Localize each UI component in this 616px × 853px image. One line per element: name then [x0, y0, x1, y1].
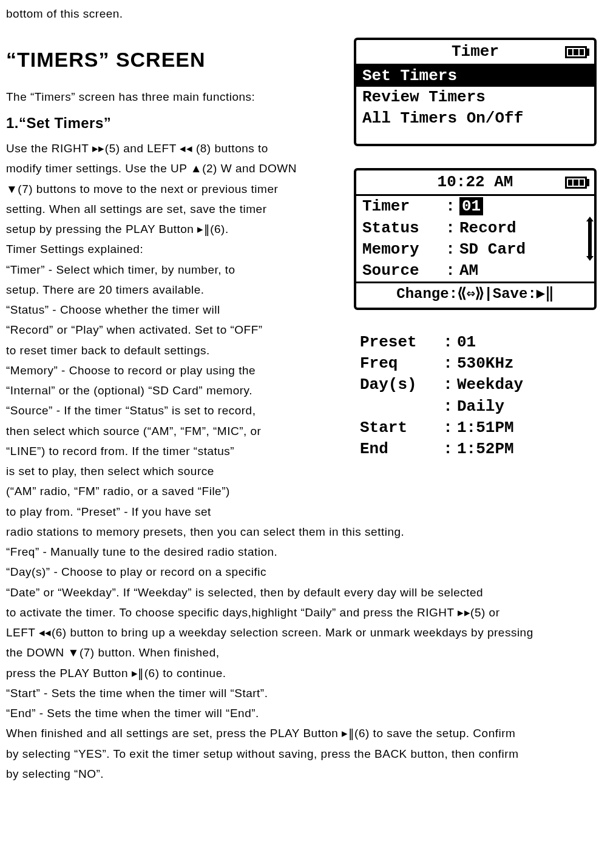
lcd-timer-settings: 10:22 AM Timer:01Status:RecordMemory:SD … [354, 168, 597, 310]
body-line: “Day(s)” - Choose to play or record on a… [6, 562, 610, 582]
body-line: press the PLAY Button ▸‖(6) to continue. [6, 663, 610, 683]
lcd-figure-stack: Timer Set TimersReview TimersAll Timers … [354, 38, 597, 460]
body-line: ▼(7) buttons to move to the next or prev… [6, 179, 322, 199]
body-line: “Timer” - Select which timer, by number,… [6, 260, 322, 280]
body-line: “End” - Sets the time when the timer wil… [6, 703, 610, 723]
body-line: modify timer settings. Use the UP ▲(2) W… [6, 158, 322, 178]
lcd-kv-row: Memory:SD Card [356, 239, 594, 260]
body-line: Use the RIGHT ▸▸(5) and LEFT ◂◂ (8) butt… [6, 138, 322, 158]
lcd-kv-row: Day(s):Weekday [354, 374, 597, 396]
lcd-kv-row: End: 1:52PM [354, 439, 597, 460]
body-line: to activate the timer. To choose specifi… [6, 602, 610, 622]
body-line: then select which source (“AM”, “FM”, “M… [6, 421, 322, 441]
lcd-timer-settings-continued: Preset:01Freq: 530KHzDay(s):Weekday:Dail… [354, 332, 597, 460]
body-line: (“AM” radio, “FM” radio, or a saved “Fil… [6, 481, 322, 501]
body-line: by selecting “YES”. To exit the timer se… [6, 744, 610, 764]
body-line: “Date” or “Weekday”. If “Weekday” is sel… [6, 582, 610, 602]
body-line: setting. When all settings are set, save… [6, 199, 322, 219]
body-line: setup by pressing the PLAY Button ▸‖(6). [6, 219, 322, 239]
body-line: is set to play, then select which source [6, 461, 322, 481]
body-line: “Freq” - Manually tune to the desired ra… [6, 542, 610, 562]
body-line: LEFT ◂◂(6) button to bring up a weekday … [6, 622, 610, 642]
body-line: “Memory” - Choose to record or play usin… [6, 360, 322, 380]
lcd-kv-row: Timer:01 [356, 196, 594, 217]
body-line: to play from. “Preset” - If you have set [6, 502, 322, 522]
body-line: When finished and all settings are set, … [6, 723, 610, 743]
lcd2-footer: Change:⟪⇔⟫|Save:▶‖ [356, 282, 594, 305]
body-line: “Internal” or the (optional) “SD Card” m… [6, 380, 322, 400]
battery-icon [565, 46, 589, 58]
lcd-kv-row: Status:Record [356, 218, 594, 239]
lcd-menu-item: Review Timers [356, 87, 594, 108]
body-line: “Start” - Sets the time when the timer w… [6, 683, 610, 703]
lcd-timer-menu: Timer Set TimersReview TimersAll Timers … [354, 38, 597, 146]
body-line: Timer Settings explained: [6, 239, 322, 259]
lcd-menu-item: All Timers On/Off [356, 108, 594, 129]
body-line: “Source” - If the timer “Status” is set … [6, 400, 322, 420]
scrollbar-icon [588, 220, 592, 257]
lcd-kv-row: Source:AM [356, 260, 594, 282]
body-line: to reset timer back to default settings. [6, 340, 322, 360]
lcd-kv-row: :Daily [354, 396, 597, 417]
lcd-menu-item: Set Timers [356, 66, 594, 87]
body-line: the DOWN ▼(7) button. When finished, [6, 642, 610, 663]
body-line: radio stations to memory presets, then y… [6, 522, 610, 542]
lcd2-clock: 10:22 AM [438, 173, 513, 191]
body-line: “LINE”) to record from. If the timer “st… [6, 441, 322, 461]
body-line: “Status” - Choose whether the timer will [6, 300, 322, 320]
lcd-kv-row: Preset:01 [354, 332, 597, 353]
body-line: by selecting “NO”. [6, 764, 610, 784]
intro-tail: bottom of this screen. [6, 4, 610, 24]
lcd1-title: Timer [452, 42, 499, 61]
body-line: “Record” or “Play” when activated. Set t… [6, 320, 322, 340]
battery-icon [565, 177, 589, 189]
body-line: setup. There are 20 timers available. [6, 280, 322, 300]
lcd-kv-row: Freq: 530KHz [354, 353, 597, 374]
lcd-kv-row: Start: 1:51PM [354, 417, 597, 439]
